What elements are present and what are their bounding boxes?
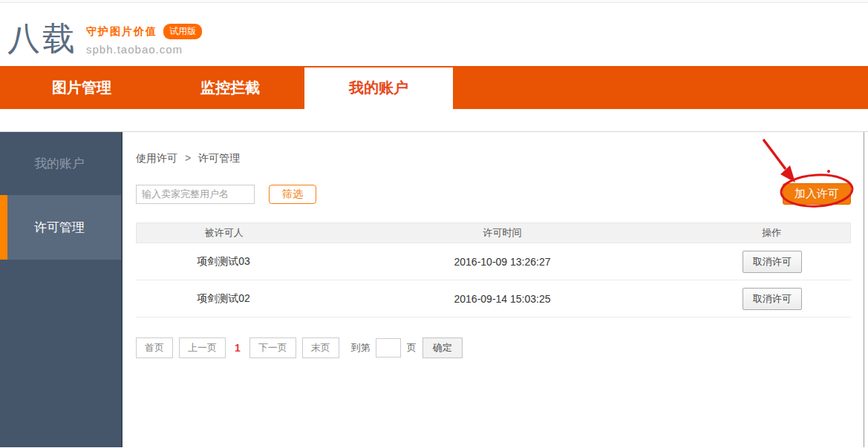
page-header: 八载 守护图片价值 试用版 spbh.taobao.com [0,3,868,66]
next-page-button[interactable]: 下一页 [249,337,296,358]
cell-licensee: 项剑测试03 [136,255,311,269]
tab-my-account[interactable]: 我的账户 [304,67,453,109]
trial-badge: 试用版 [163,24,202,39]
add-license-button[interactable]: 加入许可 [783,183,851,205]
table-header-row: 被许可人 许可时间 操作 [136,223,851,243]
brand-logo[interactable]: 八载 守护图片价值 试用版 spbh.taobao.com [7,19,202,58]
pagination: 首页 上一页 1 下一页 末页 到第 页 确定 [136,337,851,358]
goto-page-input[interactable] [376,338,401,358]
main-navbar: 图片管理 监控拦截 我的账户 [0,66,868,109]
cancel-license-button[interactable]: 取消许可 [743,251,802,273]
logo-text: 八载 [7,19,77,58]
cell-license-time: 2016-10-09 13:26:27 [311,256,694,268]
sidebar-item-license-management[interactable]: 许可管理 [0,195,121,260]
column-header-licensee: 被许可人 [137,226,311,240]
cancel-license-button[interactable]: 取消许可 [743,288,802,310]
current-page-number: 1 [235,342,241,354]
brand-domain: spbh.taobao.com [86,43,202,56]
goto-page-label: 到第 [351,341,371,355]
goto-confirm-button[interactable]: 确定 [422,337,463,358]
breadcrumb-parent[interactable]: 使用许可 [136,152,177,164]
nav-gap [0,109,868,131]
tab-monitor-intercept[interactable]: 监控拦截 [156,66,304,109]
last-page-button[interactable]: 末页 [302,337,339,358]
first-page-button[interactable]: 首页 [136,337,173,358]
sidebar: 我的账户 许可管理 [0,132,123,447]
prev-page-button[interactable]: 上一页 [179,337,226,358]
filter-button[interactable]: 筛选 [269,185,316,204]
seller-username-input[interactable] [136,185,255,204]
breadcrumb-current: 许可管理 [198,152,240,164]
tab-image-management[interactable]: 图片管理 [7,66,156,109]
breadcrumb-separator-icon: > [185,152,191,164]
main-panel: 使用许可 > 许可管理 筛选 加入许可 被许可人 许可时间 操作 项剑测试03 … [123,132,864,447]
table-row: 项剑测试02 2016-09-14 15:03:25 取消许可 [136,280,851,317]
cell-license-time: 2016-09-14 15:03:25 [311,293,694,305]
table-row: 项剑测试03 2016-10-09 13:26:27 取消许可 [136,243,851,280]
brand-tagline: 守护图片价值 [86,25,157,39]
license-table: 被许可人 许可时间 操作 项剑测试03 2016-10-09 13:26:27 … [136,223,851,317]
column-header-action: 操作 [694,226,850,240]
breadcrumb: 使用许可 > 许可管理 [136,152,851,165]
sidebar-item-my-account[interactable]: 我的账户 [0,132,121,195]
column-header-license-time: 许可时间 [311,226,693,240]
cell-licensee: 项剑测试02 [136,292,311,306]
goto-page-unit: 页 [407,341,417,355]
